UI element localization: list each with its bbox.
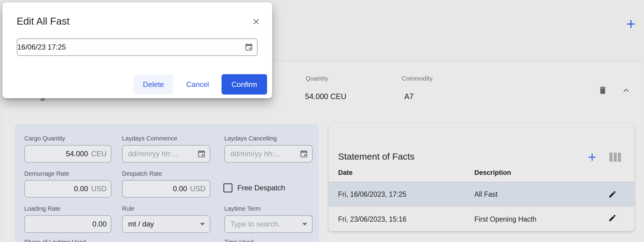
edit-all-fast-dialog: Edit All Fast 16/06/23 17:25 Delete Canc… — [2, 2, 272, 98]
demurrage-rate-label: Demurrage Rate — [24, 170, 69, 177]
free-despatch-checkbox[interactable] — [223, 183, 232, 192]
rule-label: Rule — [122, 205, 134, 212]
calendar-icon[interactable] — [244, 43, 253, 52]
cargo-quantity-value: 54.000 — [66, 150, 88, 158]
datetime-value: 16/06/23 17:25 — [17, 43, 66, 51]
despatch-rate-value: 0.00 — [173, 185, 187, 193]
plus-icon — [587, 152, 597, 162]
delete-button[interactable]: Delete — [134, 74, 173, 94]
cargo-quantity-label: Cargo Quantity — [24, 135, 65, 142]
sof-row-edit-button[interactable] — [608, 213, 617, 223]
demurrage-rate-unit: USD — [91, 185, 107, 193]
loading-rate-label: Loading Rate — [24, 205, 60, 212]
laytime-term-label: Laytime Term — [224, 205, 261, 212]
sof-row[interactable]: Fri, 23/06/2023, 15:16 First Opening Hac… — [329, 206, 634, 231]
sof-row-description: All Fast — [474, 190, 498, 199]
time-used-label: Time Used — [224, 239, 253, 242]
laydays-commence-input[interactable]: dd/mm/yy hh:... — [122, 145, 210, 163]
collapse-cargo-button[interactable] — [621, 85, 631, 95]
despatch-rate-label: Despatch Rate — [122, 170, 162, 177]
commodity-value: A7 — [404, 92, 414, 101]
sof-col-date: Date — [338, 169, 353, 177]
rule-select[interactable]: mt / day — [122, 215, 210, 233]
laydays-commence-placeholder: dd/mm/yy hh:... — [128, 150, 178, 158]
sof-col-description: Description — [474, 169, 511, 177]
free-despatch-label: Free Despatch — [237, 184, 285, 192]
statement-of-facts-panel: Statement of Facts Date Description Fri,… — [329, 123, 634, 231]
despatch-rate-input[interactable]: 0.00 USD — [122, 180, 210, 198]
cargo-quantity-unit: CEU — [91, 150, 107, 158]
dialog-title: Edit All Fast — [17, 16, 69, 27]
pencil-icon — [608, 190, 617, 199]
datetime-input[interactable]: 16/06/23 17:25 — [17, 38, 258, 56]
demurrage-rate-input[interactable]: 0.00 USD — [24, 180, 111, 198]
trash-icon — [598, 85, 608, 95]
sof-add-button[interactable] — [587, 152, 598, 163]
laytime-term-select[interactable]: Type to search. — [224, 215, 313, 233]
pencil-icon — [608, 214, 617, 222]
sof-row-selected[interactable]: Fri, 16/06/2023, 17:25 All Fast — [329, 182, 634, 206]
plus-icon — [626, 19, 636, 29]
despatch-rate-unit: USD — [190, 185, 205, 193]
delete-cargo-button[interactable] — [597, 85, 608, 96]
sof-title: Statement of Facts — [338, 151, 415, 162]
chevron-up-icon — [622, 86, 631, 95]
cargo-quantity-input[interactable]: 54.000 CEU — [24, 145, 111, 163]
add-cargo-button[interactable] — [625, 18, 637, 30]
confirm-button[interactable]: Confirm — [222, 74, 267, 95]
sof-row-date: Fri, 23/06/2023, 15:16 — [338, 215, 406, 223]
app-root: g Quantity 54.000 CEU Commodity A7 Cargo… — [0, 0, 644, 242]
rule-value: mt / day — [128, 220, 154, 228]
commodity-label: Commodity — [402, 75, 432, 82]
share-of-laytime-used-label: Share of Laytime Used — [24, 239, 86, 242]
caret-down-icon — [200, 223, 205, 226]
sof-row-date: Fri, 16/06/2023, 17:25 — [338, 190, 406, 199]
loading-rate-input[interactable]: 0.00 — [24, 215, 111, 233]
cancel-button[interactable]: Cancel — [182, 74, 213, 94]
loading-rate-value: 0.00 — [92, 220, 107, 228]
laytime-term-placeholder: Type to search. — [230, 220, 280, 228]
laydays-cancelling-input[interactable]: dd/mm/yy hh:... — [224, 145, 313, 163]
demurrage-rate-value: 0.00 — [74, 185, 88, 193]
sof-row-description: First Opening Hacth — [474, 215, 537, 223]
x-icon — [252, 17, 261, 26]
sof-row-edit-button[interactable] — [608, 190, 617, 199]
dialog-close-button[interactable] — [251, 16, 262, 27]
quantity-value: 54.000 CEU — [305, 92, 346, 101]
caret-down-icon — [302, 223, 307, 226]
quantity-label: Quantity — [306, 75, 328, 82]
laydays-cancelling-label: Laydays Cancelling — [224, 135, 277, 142]
laydays-commence-label: Laydays Commence — [122, 135, 177, 142]
sof-columns-button[interactable] — [609, 153, 621, 162]
columns-icon — [609, 153, 612, 162]
laydays-cancelling-placeholder: dd/mm/yy hh:... — [230, 150, 280, 158]
calendar-icon[interactable] — [197, 149, 206, 158]
calendar-icon[interactable] — [299, 149, 308, 158]
